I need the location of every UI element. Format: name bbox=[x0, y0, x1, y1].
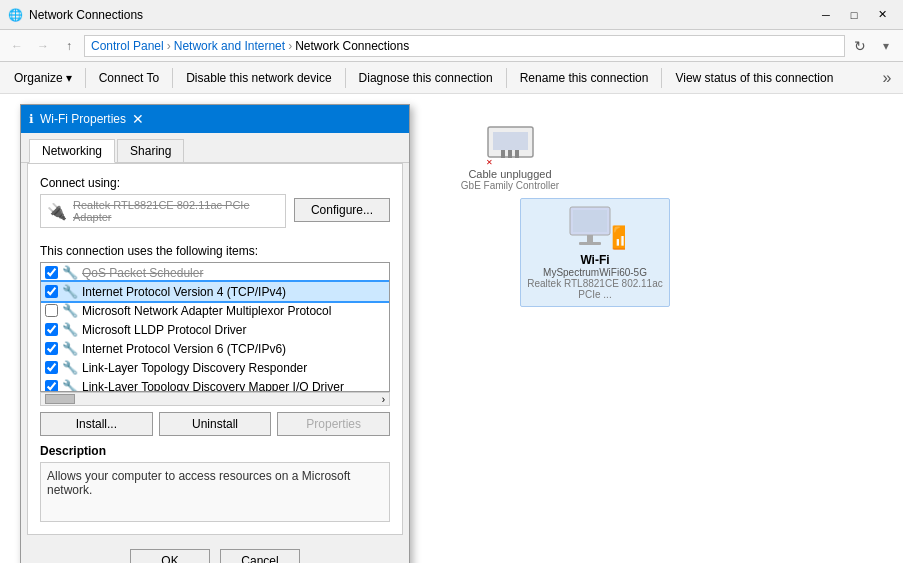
main-content: ✕ Cable unplugged GbE Family Controller bbox=[0, 94, 903, 563]
checkbox-lltd-mapper[interactable] bbox=[45, 380, 58, 392]
rename-button[interactable]: Rename this connection bbox=[512, 66, 657, 90]
organize-label: Organize bbox=[14, 71, 63, 85]
toolbar-more-button[interactable]: » bbox=[877, 68, 897, 88]
breadcrumb-network-connections: Network Connections bbox=[295, 39, 409, 53]
toolbar-separator-4 bbox=[506, 68, 507, 88]
ipv6-label: Internet Protocol Version 6 (TCP/IPv6) bbox=[82, 342, 286, 356]
connect-using-box: 🔌 Realtek RTL8821CE 802.11ac PCIe Adapte… bbox=[40, 194, 286, 228]
wifi-properties-dialog: ℹ Wi-Fi Properties ✕ Networking Sharing … bbox=[20, 104, 410, 563]
install-button[interactable]: Install... bbox=[40, 412, 153, 436]
dialog-content: Connect using: 🔌 Realtek RTL8821CE 802.1… bbox=[27, 163, 403, 535]
list-item-ipv6[interactable]: 🔧 Internet Protocol Version 6 (TCP/IPv6) bbox=[41, 339, 389, 358]
ipv4-icon: 🔧 bbox=[62, 284, 78, 299]
configure-button[interactable]: Configure... bbox=[294, 198, 390, 222]
dialog-title-icon: ℹ bbox=[29, 112, 34, 126]
toolbar-separator-2 bbox=[172, 68, 173, 88]
window-title: Network Connections bbox=[29, 8, 143, 22]
properties-button[interactable]: Properties bbox=[277, 412, 390, 436]
close-button[interactable]: ✕ bbox=[869, 5, 895, 25]
checkbox-qos[interactable] bbox=[45, 266, 58, 279]
ipv4-label: Internet Protocol Version 4 (TCP/IPv4) bbox=[82, 285, 286, 299]
title-bar: 🌐 Network Connections ─ □ ✕ bbox=[0, 0, 903, 30]
multiplexor-icon: 🔧 bbox=[62, 303, 78, 318]
connect-to-button[interactable]: Connect To bbox=[91, 66, 168, 90]
back-button[interactable]: ← bbox=[6, 35, 28, 57]
dialog-title-text: Wi-Fi Properties bbox=[40, 112, 126, 126]
ok-label: OK bbox=[161, 554, 178, 563]
scroll-right-arrow[interactable]: › bbox=[378, 394, 389, 405]
list-item-multiplexor[interactable]: 🔧 Microsoft Network Adapter Multiplexor … bbox=[41, 301, 389, 320]
organize-button[interactable]: Organize ▾ bbox=[6, 66, 80, 90]
description-title: Description bbox=[40, 444, 390, 458]
disable-label: Disable this network device bbox=[186, 71, 331, 85]
minimize-button[interactable]: ─ bbox=[813, 5, 839, 25]
lltd-resp-label: Link-Layer Topology Discovery Responder bbox=[82, 361, 307, 375]
lltd-mapper-label: Link-Layer Topology Discovery Mapper I/O… bbox=[82, 380, 344, 393]
cancel-button[interactable]: Cancel bbox=[220, 549, 300, 563]
list-item-lldp[interactable]: 🔧 Microsoft LLDP Protocol Driver bbox=[41, 320, 389, 339]
toolbar-separator-1 bbox=[85, 68, 86, 88]
adapter-icon: 🔌 bbox=[47, 202, 67, 221]
list-item-lltd-mapper[interactable]: 🔧 Link-Layer Topology Discovery Mapper I… bbox=[41, 377, 389, 392]
uninstall-button[interactable]: Uninstall bbox=[159, 412, 272, 436]
disable-button[interactable]: Disable this network device bbox=[178, 66, 339, 90]
list-item-lltd-responder[interactable]: 🔧 Link-Layer Topology Discovery Responde… bbox=[41, 358, 389, 377]
dialog-titlebar: ℹ Wi-Fi Properties ✕ bbox=[21, 105, 409, 133]
toolbar-separator-3 bbox=[345, 68, 346, 88]
items-label: This connection uses the following items… bbox=[40, 244, 390, 258]
forward-button[interactable]: → bbox=[32, 35, 54, 57]
organize-arrow-icon: ▾ bbox=[66, 71, 72, 85]
checkbox-ipv6[interactable] bbox=[45, 342, 58, 355]
configure-label: Configure... bbox=[311, 203, 373, 217]
view-status-button[interactable]: View status of this connection bbox=[667, 66, 841, 90]
breadcrumb-sep-1: › bbox=[167, 39, 171, 53]
lltd-resp-icon: 🔧 bbox=[62, 360, 78, 375]
expand-button[interactable]: ▾ bbox=[875, 35, 897, 57]
cancel-label: Cancel bbox=[241, 554, 278, 563]
up-button[interactable]: ↑ bbox=[58, 35, 80, 57]
toolbar-separator-5 bbox=[661, 68, 662, 88]
maximize-button[interactable]: □ bbox=[841, 5, 867, 25]
horizontal-scrollbar[interactable]: › bbox=[40, 392, 390, 406]
description-text: Allows your computer to access resources… bbox=[47, 469, 350, 497]
checkbox-multiplexor[interactable] bbox=[45, 304, 58, 317]
tab-sharing[interactable]: Sharing bbox=[117, 139, 184, 162]
address-path[interactable]: Control Panel › Network and Internet › N… bbox=[84, 35, 845, 57]
refresh-button[interactable]: ↻ bbox=[849, 35, 871, 57]
title-bar-controls: ─ □ ✕ bbox=[813, 5, 895, 25]
qos-label: QoS Packet Scheduler bbox=[82, 266, 203, 280]
view-status-label: View status of this connection bbox=[675, 71, 833, 85]
checkbox-ipv4[interactable] bbox=[45, 285, 58, 298]
breadcrumb-sep-2: › bbox=[288, 39, 292, 53]
tab-networking[interactable]: Networking bbox=[29, 139, 115, 163]
dialog-footer: OK Cancel bbox=[21, 541, 409, 563]
uninstall-label: Uninstall bbox=[192, 417, 238, 431]
list-item-ipv4[interactable]: 🔧 Internet Protocol Version 4 (TCP/IPv4) bbox=[41, 282, 389, 301]
diagnose-button[interactable]: Diagnose this connection bbox=[351, 66, 501, 90]
breadcrumb-network-internet[interactable]: Network and Internet bbox=[174, 39, 285, 53]
multiplexor-label: Microsoft Network Adapter Multiplexor Pr… bbox=[82, 304, 331, 318]
adapter-name: Realtek RTL8821CE 802.11ac PCIe Adapter bbox=[73, 199, 279, 223]
dialog-overlay: ℹ Wi-Fi Properties ✕ Networking Sharing … bbox=[0, 94, 903, 563]
scrollbar-thumb bbox=[45, 394, 75, 404]
lldp-label: Microsoft LLDP Protocol Driver bbox=[82, 323, 247, 337]
connect-to-label: Connect To bbox=[99, 71, 160, 85]
ipv6-icon: 🔧 bbox=[62, 341, 78, 356]
address-bar: ← → ↑ Control Panel › Network and Intern… bbox=[0, 30, 903, 62]
dialog-close-button[interactable]: ✕ bbox=[126, 109, 150, 129]
checkbox-lldp[interactable] bbox=[45, 323, 58, 336]
items-list[interactable]: 🔧 QoS Packet Scheduler 🔧 Internet Protoc… bbox=[40, 262, 390, 392]
connect-using-label: Connect using: bbox=[40, 176, 390, 190]
window-icon: 🌐 bbox=[8, 8, 23, 22]
checkbox-lltd-responder[interactable] bbox=[45, 361, 58, 374]
breadcrumb-control-panel[interactable]: Control Panel bbox=[91, 39, 164, 53]
ok-button[interactable]: OK bbox=[130, 549, 210, 563]
diagnose-label: Diagnose this connection bbox=[359, 71, 493, 85]
properties-label: Properties bbox=[306, 417, 361, 431]
dialog-tabs: Networking Sharing bbox=[21, 133, 409, 163]
description-box: Allows your computer to access resources… bbox=[40, 462, 390, 522]
iup-row: Install... Uninstall Properties bbox=[40, 412, 390, 436]
lltd-mapper-icon: 🔧 bbox=[62, 379, 78, 392]
list-item-qos[interactable]: 🔧 QoS Packet Scheduler bbox=[41, 263, 389, 282]
install-label: Install... bbox=[76, 417, 117, 431]
